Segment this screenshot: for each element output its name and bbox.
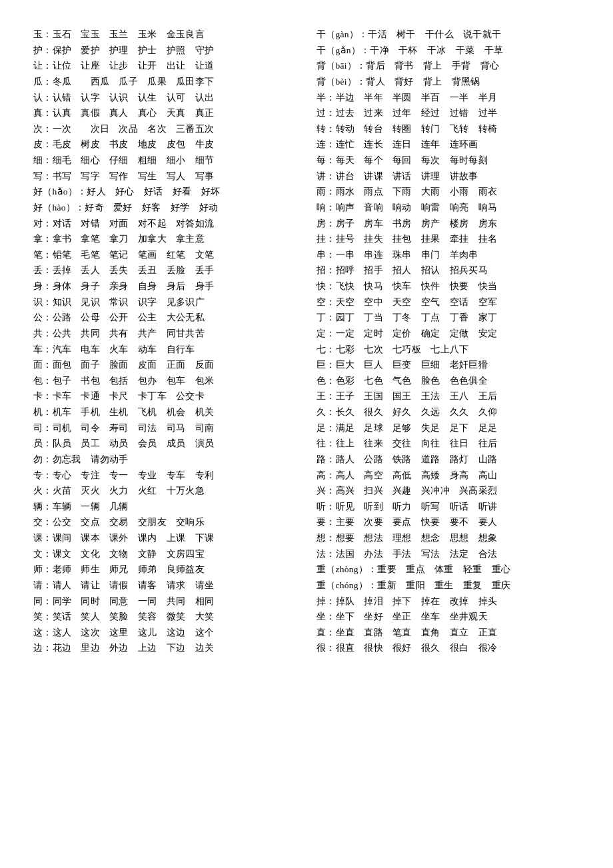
list-item: 护：保护 爱护 护理 护士 护照 守护 — [33, 43, 297, 59]
list-item: 定：一定 定时 定价 确定 定做 安定 — [316, 326, 580, 342]
entry-values: 色彩 七色 气色 脸色 色色俱全 — [336, 376, 488, 386]
entry-key: 公： — [33, 312, 53, 322]
list-item: 皮：毛皮 树皮 书皮 地皮 皮包 牛皮 — [33, 137, 297, 153]
list-item: 雨：雨水 雨点 下雨 大雨 小雨 雨衣 — [316, 184, 580, 200]
entry-key: 背（bèi）： — [316, 77, 366, 87]
entry-key: 瓜： — [33, 77, 53, 87]
list-item: 空：天空 空中 天空 空气 空话 空军 — [316, 294, 580, 310]
entry-key: 讲： — [316, 171, 336, 181]
entry-key: 笔： — [33, 250, 53, 260]
entry-key: 串： — [316, 250, 336, 260]
list-item: 串：一串 串连 珠串 串门 羊肉串 — [316, 247, 580, 263]
list-item: 七：七彩 七次 七巧板 七上八下 — [316, 342, 580, 358]
entry-values: 认错 认字 认识 认生 认可 认出 — [53, 93, 215, 103]
entry-values: 路人 公路 铁路 道路 路灯 山路 — [336, 454, 498, 464]
list-item: 丁：园丁 丁当 丁冬 丁点 丁香 家丁 — [316, 310, 580, 326]
list-item: 公：公路 公母 公开 公主 大公无私 — [33, 310, 297, 326]
entry-values: 专心 专注 专一 专业 专车 专利 — [53, 470, 215, 480]
entry-values: 背后 背书 背上 手背 背心 — [366, 61, 499, 71]
list-item: 火：火苗 灭火 火力 火红 十万火急 — [33, 483, 297, 499]
entry-key: 玉： — [33, 29, 53, 39]
entry-key: 辆： — [33, 502, 53, 512]
list-item: 连：连忙 连长 连日 连年 连环画 — [316, 137, 580, 153]
entry-key: 巨： — [316, 360, 336, 370]
list-item: 色：色彩 七色 气色 脸色 色色俱全 — [316, 373, 580, 389]
entry-key: 要： — [316, 517, 336, 527]
entry-values: 司机 司令 寿司 司法 司马 司南 — [53, 423, 215, 433]
entry-key: 好（hào）： — [33, 203, 85, 213]
list-item: 背（bāi）：背后 背书 背上 手背 背心 — [316, 58, 580, 74]
left-column: 玉：玉石 宝玉 玉兰 玉米 金玉良言护：保护 爱护 护理 护士 护照 守护让：让… — [33, 27, 297, 656]
entry-values: 车辆 一辆 几辆 — [53, 502, 129, 512]
entry-key: 重（zhòng）： — [316, 564, 377, 574]
entry-values: 公交 交点 交易 交朋友 交响乐 — [53, 517, 205, 527]
entry-values: 坐直 直路 笔直 直角 直立 正直 — [336, 628, 498, 638]
list-item: 快：飞快 快马 快车 快件 快要 快当 — [316, 278, 580, 294]
entry-values: 一串 串连 珠串 串门 羊肉串 — [336, 250, 478, 260]
entry-key: 连： — [316, 139, 336, 149]
list-item: 要：主要 次要 要点 快要 要不 要人 — [316, 514, 580, 530]
list-item: 车：汽车 电车 火车 动车 自行车 — [33, 342, 297, 358]
entry-key: 久： — [316, 407, 336, 417]
entry-values: 铅笔 毛笔 笔记 笔画 红笔 文笔 — [53, 250, 215, 260]
entry-values: 七彩 七次 七巧板 七上八下 — [336, 344, 469, 354]
entry-key: 对： — [33, 218, 53, 228]
list-item: 请：请人 请让 请假 请客 请求 请坐 — [33, 578, 297, 594]
entry-key: 护： — [33, 45, 53, 55]
entry-values: 往上 往来 交往 向往 往日 往后 — [336, 438, 498, 448]
entry-key: 直： — [316, 628, 336, 638]
list-item: 身：身体 身子 亲身 自身 身后 身手 — [33, 278, 297, 294]
entry-values: 天空 空中 天空 空气 空话 空军 — [336, 297, 498, 307]
entry-key: 司： — [33, 423, 53, 433]
entry-key: 七： — [316, 344, 336, 354]
entry-values: 高人 高空 高低 高矮 身高 高山 — [336, 470, 498, 480]
entry-key: 请： — [33, 580, 53, 590]
entry-values: 很直 很快 很好 很久 很白 很冷 — [336, 643, 498, 653]
entry-values: 重要 重点 体重 轻重 重心 — [377, 564, 510, 574]
entry-values: 高兴 扫兴 兴趣 兴冲冲 兴高采烈 — [336, 486, 498, 496]
entry-values: 挂号 挂失 挂包 挂果 牵挂 挂名 — [336, 234, 498, 244]
list-item: 转：转动 转台 转圈 转门 飞转 转椅 — [316, 121, 580, 137]
entry-key: 定： — [316, 328, 336, 338]
list-item: 这：这人 这次 这里 这儿 这边 这个 — [33, 625, 297, 641]
list-item: 丢：丢掉 丢人 丢失 丢丑 丢脸 丢手 — [33, 262, 297, 278]
list-item: 王：王子 王国 国王 王法 王八 王后 — [316, 388, 580, 404]
list-item: 专：专心 专注 专一 专业 专车 专利 — [33, 468, 297, 484]
list-item: 勿：勿忘我 请勿动手 — [33, 452, 297, 468]
entry-key: 课： — [33, 533, 53, 543]
entry-key: 房： — [316, 218, 336, 228]
list-item: 识：知识 见识 常识 识字 见多识广 — [33, 294, 297, 310]
entry-key: 干（gǎn）： — [316, 45, 370, 55]
list-item: 交：公交 交点 交易 交朋友 交响乐 — [33, 514, 297, 530]
list-item: 司：司机 司令 寿司 司法 司马 司南 — [33, 420, 297, 436]
list-item: 写：书写 写字 写作 写生 写人 写事 — [33, 169, 297, 185]
list-item: 往：往上 往来 交往 向往 往日 往后 — [316, 436, 580, 452]
entry-key: 挂： — [316, 234, 336, 244]
entry-key: 真： — [33, 108, 53, 118]
list-item: 共：公共 共同 共有 共产 同甘共苦 — [33, 326, 297, 342]
list-item: 同：同学 同时 同意 一同 共同 相同 — [33, 594, 297, 610]
entry-values: 过去 过来 过年 经过 过错 过半 — [336, 108, 498, 118]
entry-key: 皮： — [33, 139, 53, 149]
entry-key: 重（chóng）： — [316, 580, 377, 590]
entry-key: 想： — [316, 533, 336, 543]
entry-key: 兴： — [316, 486, 336, 496]
list-item: 辆：车辆 一辆 几辆 — [33, 499, 297, 515]
entry-values: 机车 手机 生机 飞机 机会 机关 — [53, 407, 215, 417]
entry-key: 笑： — [33, 612, 53, 622]
entry-values: 半边 半年 半圆 半百 一半 半月 — [336, 93, 498, 103]
entry-values: 丢掉 丢人 丢失 丢丑 丢脸 丢手 — [53, 265, 215, 275]
entry-key: 半： — [316, 93, 336, 103]
entry-key: 法： — [316, 549, 336, 559]
list-item: 讲：讲台 讲课 讲话 讲理 讲故事 — [316, 169, 580, 185]
entry-values: 响声 音响 响动 响雷 响亮 响马 — [336, 203, 498, 213]
entry-key: 勿： — [33, 454, 53, 464]
entry-values: 书写 写字 写作 写生 写人 写事 — [53, 171, 215, 181]
entry-key: 丢： — [33, 265, 53, 275]
entry-values: 重新 重阳 重生 重复 重庆 — [377, 580, 510, 590]
entry-values: 公路 公母 公开 公主 大公无私 — [53, 312, 205, 322]
entry-values: 房子 房车 书房 房产 楼房 房东 — [336, 218, 498, 228]
entry-values: 坐下 坐好 坐正 坐车 坐井观天 — [336, 612, 488, 622]
entry-key: 过： — [316, 108, 336, 118]
entry-key: 专： — [33, 470, 53, 480]
